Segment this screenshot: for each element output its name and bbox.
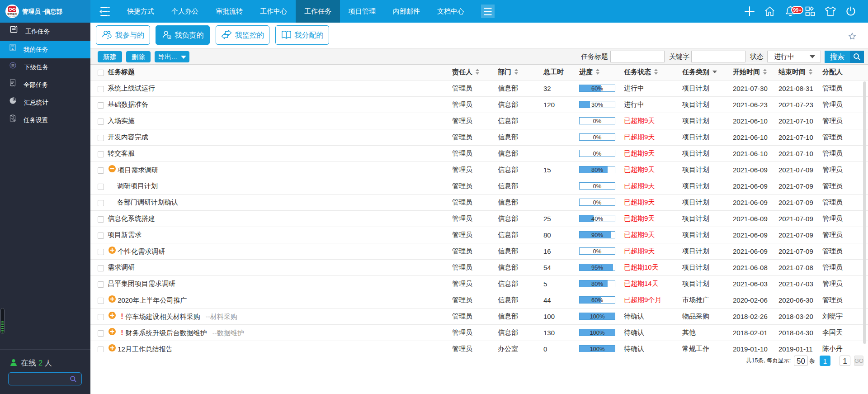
svg-text:OPOWER: OPOWER [8, 15, 16, 18]
